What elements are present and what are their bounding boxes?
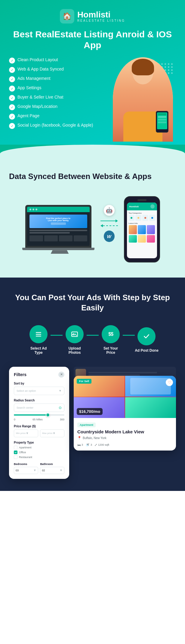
hero-section: 🏠 Homlisti REALESTATE LISTING Best RealE… xyxy=(0,0,185,145)
svg-rect-1 xyxy=(36,334,41,335)
property-stats: 🛏 3 🚿 3 ⤢ 1200 sqft xyxy=(77,443,172,447)
radius-placeholder: Search center xyxy=(17,406,33,409)
checkbox-office: Office xyxy=(14,451,64,454)
beds-baths-row: Bedrooms 03 ▼ Bathroom 02 ▼ xyxy=(14,463,64,474)
feature-item: ✓ Google Map/Location xyxy=(9,104,110,110)
chevron-down-icon: ▼ xyxy=(59,389,62,392)
location-pin-icon: 📍 xyxy=(77,436,82,440)
laptop-device: Find the perfect place to Live with your… xyxy=(25,205,94,254)
range-thumb[interactable] xyxy=(46,413,50,417)
feature-item: ✓ Clean Product Layout xyxy=(9,57,110,64)
arrow-left xyxy=(100,224,118,227)
max-price-input[interactable]: Max price ▼ xyxy=(40,429,64,437)
bath-icon: 🚿 xyxy=(85,443,90,447)
radius-search-input[interactable]: Search center ⊙ xyxy=(14,404,64,412)
laptop-website-banner: Find the perfect place to Live with your… xyxy=(29,215,87,228)
step-label-2: Upload Photos xyxy=(63,346,87,355)
feature-label: Clean Product Layout xyxy=(17,57,58,62)
beds-stat: 🛏 3 xyxy=(77,443,83,447)
feature-item: ✓ Social Login (facebook, Google & Apple… xyxy=(9,123,110,129)
arrow-right xyxy=(100,219,118,222)
latest-ads-label: Latest Ads xyxy=(129,222,155,224)
ad-card xyxy=(129,235,137,243)
category-item xyxy=(142,215,148,221)
chevron-down-icon: ▼ xyxy=(60,469,63,472)
range-min: 0 xyxy=(14,418,15,421)
step-set-price: $$ Set Your Price xyxy=(99,325,123,355)
ads-row xyxy=(129,225,155,234)
check-icon: ✓ xyxy=(9,76,15,82)
android-icon: 🤖 xyxy=(104,205,115,216)
sync-section: Data Synced Between Website & Apps Find … xyxy=(0,160,185,278)
checkbox-icon[interactable] xyxy=(14,455,17,459)
brand-name: Homlisti xyxy=(77,11,125,19)
sort-by-select[interactable]: Select an option ▼ xyxy=(14,387,64,395)
wordpress-icon: W xyxy=(104,231,115,242)
wave-transition xyxy=(0,145,185,160)
category-item xyxy=(129,215,135,221)
logo-container: 🏠 Homlisti REALESTATE LISTING xyxy=(9,9,176,24)
property-image: For Sell ♡ $16,700/mo xyxy=(74,376,176,418)
feature-label: Google Map/Location xyxy=(17,104,57,109)
property-type-section: Property Type Apartment Office Restauran… xyxy=(14,441,64,459)
checkbox-label: Restaurant xyxy=(19,456,32,459)
property-type-label: Property Type xyxy=(14,441,64,444)
step-connector-1 xyxy=(51,335,63,336)
heart-favorite-button[interactable]: ♡ xyxy=(166,379,173,386)
ad-card xyxy=(147,225,155,234)
checkbox-icon[interactable] xyxy=(14,446,17,449)
laptop-browser-header xyxy=(27,207,90,212)
filter-card: Filters ✕ Sort by Select an option ▼ Rad… xyxy=(9,367,69,479)
checkbox-label: Apartment xyxy=(19,446,32,449)
feature-item: ✓ App Settings xyxy=(9,85,110,92)
property-card: For Sell ♡ $16,700/mo Apartment Countrys… xyxy=(74,376,176,451)
step-circle-2 xyxy=(66,325,84,343)
ads-row-2 xyxy=(129,235,155,243)
dollar-sign-icon: $$ xyxy=(108,331,113,337)
check-icon: ✓ xyxy=(9,58,15,64)
house-icon: 🏠 xyxy=(63,12,72,20)
sync-connector: 🤖 W xyxy=(100,205,118,242)
step-upload-photos: Upload Photos xyxy=(63,325,87,355)
phone-app-body: Top Categories Latest Ads xyxy=(127,210,157,246)
hero-person-image xyxy=(110,57,176,142)
location-icon: ⊙ xyxy=(59,406,62,410)
step-circle-3: $$ xyxy=(102,325,120,343)
sort-by-label: Sort by xyxy=(14,382,64,385)
ads-section-title: You Can Post Your Ads With Step by Step … xyxy=(9,293,176,313)
category-item xyxy=(149,215,155,221)
step-label-3: Set Your Price xyxy=(99,346,123,355)
category-item xyxy=(135,215,141,221)
beds-count: 3 xyxy=(82,443,83,446)
check-icon: ✓ xyxy=(9,67,15,73)
step-connector-3 xyxy=(123,335,135,336)
area-icon: ⤢ xyxy=(94,443,97,447)
filter-close-button[interactable]: ✕ xyxy=(58,372,64,378)
feature-label: Ads Management xyxy=(17,76,51,81)
svg-rect-0 xyxy=(36,332,41,333)
bedrooms-select[interactable]: 03 ▼ xyxy=(14,467,38,474)
property-location: 📍 Buffalo, New York xyxy=(77,436,172,440)
laptop-base xyxy=(22,248,94,250)
feature-label: App Settings xyxy=(17,85,41,90)
bathroom-select[interactable]: 02 ▼ xyxy=(40,467,64,474)
step-connector-2 xyxy=(87,335,99,336)
property-info: Apartment Countryside Modern Lake View 📍… xyxy=(74,418,176,451)
check-icon: ✓ xyxy=(9,123,15,129)
checkbox-icon[interactable] xyxy=(14,451,17,454)
property-name: Countryside Modern Lake View xyxy=(77,429,172,435)
min-price-input[interactable]: Min price ▼ xyxy=(14,429,38,437)
feature-item: ✓ Ads Management xyxy=(9,76,110,82)
checkbox-label: Office xyxy=(19,451,26,454)
check-icon: ✓ xyxy=(9,114,15,120)
range-fill xyxy=(14,414,47,416)
hero-features-list: ✓ Clean Product Layout ✓ Web & App Data … xyxy=(9,57,110,132)
price-label: Price Range ($) xyxy=(14,425,64,428)
feature-label: Social Login (facebook, Google & Apple) xyxy=(17,123,93,127)
top-categories-label: Top Categories xyxy=(129,212,155,214)
close-icon: ✕ xyxy=(60,372,63,376)
checkbox-restaurant: Restaurant xyxy=(14,455,64,459)
bed-icon: 🛏 xyxy=(77,443,81,447)
bathroom-label: Bathroom xyxy=(40,463,64,466)
phone-app-logo: Homlisti xyxy=(129,205,139,208)
